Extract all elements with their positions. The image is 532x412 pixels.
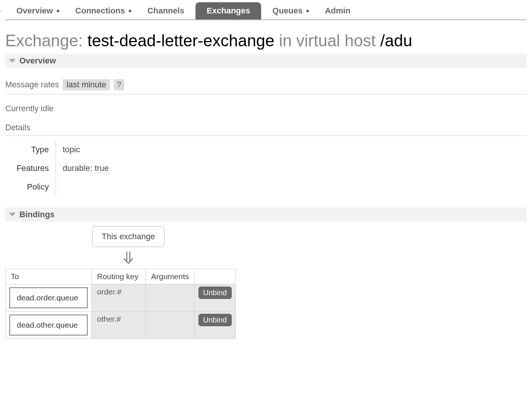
- nav-exchanges[interactable]: Exchanges: [195, 2, 261, 19]
- binding-row: dead.other.queue other.# Unbind: [6, 312, 236, 339]
- nav-overview[interactable]: Overview: [5, 2, 64, 19]
- section-overview-toggle[interactable]: Overview: [5, 54, 527, 68]
- section-bindings-toggle[interactable]: Bindings: [5, 207, 527, 222]
- queue-link[interactable]: dead.order.queue: [9, 287, 88, 308]
- col-routing-key: Routing key: [92, 269, 146, 284]
- col-actions: [194, 269, 235, 284]
- exchange-diagram: This exchange: [5, 226, 251, 269]
- detail-features-value: durable: true: [56, 159, 527, 178]
- title-prefix: Exchange:: [5, 31, 87, 50]
- arrow-down-icon: [121, 250, 136, 265]
- unbind-button[interactable]: Unbind: [198, 314, 232, 326]
- overview-body: Message rates last minute ? Currently id…: [5, 79, 527, 196]
- details-header: Details: [5, 123, 527, 136]
- bindings-body: This exchange To Routing key Arguments d…: [5, 226, 527, 339]
- detail-policy-label: Policy: [5, 178, 56, 196]
- feature-durable-key: durable:: [63, 163, 95, 173]
- exchange-name: test-dead-letter-exchange: [87, 31, 274, 50]
- detail-type-label: Type: [5, 140, 56, 159]
- rates-label: Message rates: [5, 80, 59, 90]
- feature-durable-value: true: [95, 163, 109, 173]
- title-mid: in virtual host: [275, 31, 381, 50]
- idle-status: Currently idle: [5, 104, 527, 113]
- rates-timeframe-select[interactable]: last minute: [63, 79, 110, 90]
- routing-key-cell: order.#: [92, 284, 146, 312]
- col-arguments: Arguments: [146, 269, 195, 284]
- message-rates-row: Message rates last minute ?: [5, 79, 527, 94]
- nav-channels[interactable]: Channels: [136, 2, 195, 19]
- routing-key-cell: other.#: [92, 312, 146, 339]
- arguments-cell: [146, 284, 195, 312]
- detail-type-value: topic: [56, 140, 527, 159]
- chevron-down-icon: [9, 213, 16, 216]
- help-icon[interactable]: ?: [114, 79, 124, 90]
- nav-connections[interactable]: Connections: [64, 2, 136, 19]
- page-title: Exchange: test-dead-letter-exchange in v…: [5, 31, 527, 50]
- section-overview-title: Overview: [19, 56, 56, 66]
- main-nav: Overview Connections Channels Exchanges …: [5, 0, 527, 20]
- chevron-down-icon: [9, 59, 16, 63]
- detail-policy-value: [56, 178, 527, 196]
- nav-admin[interactable]: Admin: [314, 2, 362, 19]
- arguments-cell: [146, 312, 195, 339]
- binding-row: dead.order.queue order.# Unbind: [6, 284, 236, 312]
- vhost-name: /adu: [380, 31, 412, 50]
- col-to: To: [6, 269, 92, 284]
- bindings-table: To Routing key Arguments dead.order.queu…: [5, 269, 236, 339]
- this-exchange-box: This exchange: [92, 226, 164, 247]
- queue-link[interactable]: dead.other.queue: [9, 315, 88, 335]
- details-table: Type topic Features durable: true Policy: [5, 140, 527, 196]
- section-bindings-title: Bindings: [19, 210, 54, 219]
- detail-features-label: Features: [5, 159, 56, 178]
- unbind-button[interactable]: Unbind: [198, 287, 232, 299]
